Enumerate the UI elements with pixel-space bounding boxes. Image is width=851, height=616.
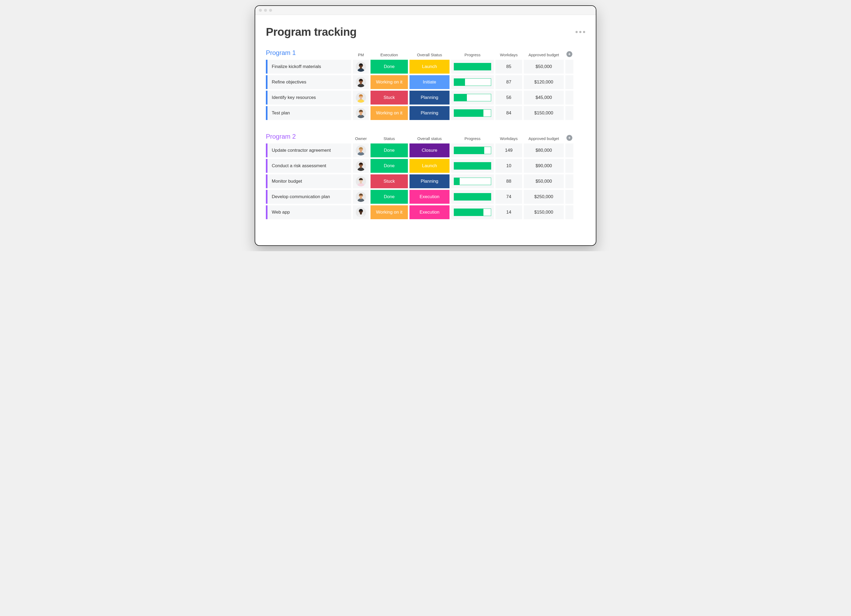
overall-status-cell[interactable]: Planning: [409, 106, 450, 120]
owner-cell[interactable]: [353, 190, 369, 204]
workdays-cell[interactable]: 10: [495, 159, 522, 173]
overall-status-cell[interactable]: Execution: [409, 190, 450, 204]
execution-status-cell[interactable]: Done: [370, 190, 408, 204]
progress-cell[interactable]: [451, 174, 494, 188]
task-name-cell[interactable]: Monitor budget: [266, 174, 351, 188]
workdays-cell[interactable]: 87: [495, 75, 522, 89]
budget-cell[interactable]: $45,000: [524, 91, 564, 105]
overall-status-cell[interactable]: Closure: [409, 144, 450, 157]
column-header[interactable]: Approved budget: [524, 136, 564, 141]
owner-cell[interactable]: [353, 174, 369, 188]
overall-status-cell[interactable]: Execution: [409, 205, 450, 219]
table-row[interactable]: Develop communication plan DoneExecution…: [266, 190, 585, 204]
window-control-minimize[interactable]: [264, 9, 267, 12]
workdays-cell[interactable]: 85: [495, 60, 522, 73]
owner-cell[interactable]: [353, 75, 369, 89]
execution-status-cell[interactable]: Stuck: [370, 174, 408, 188]
owner-cell[interactable]: [353, 159, 369, 173]
progress-bar: [454, 109, 491, 117]
budget-cell[interactable]: $120,000: [524, 75, 564, 89]
owner-cell[interactable]: [353, 106, 369, 120]
column-header[interactable]: Progress: [451, 136, 494, 141]
budget-cell[interactable]: $90,000: [524, 159, 564, 173]
progress-cell[interactable]: [451, 75, 494, 89]
page-title: Program tracking: [266, 25, 356, 38]
content-area: Program tracking Program 1PMExecutionOve…: [255, 15, 596, 245]
overall-status-cell[interactable]: Planning: [409, 174, 450, 188]
add-column-button[interactable]: +: [567, 135, 572, 141]
execution-status-cell[interactable]: Done: [370, 144, 408, 157]
column-header[interactable]: Workdays: [495, 52, 522, 57]
table-row[interactable]: Refine objectives Working on itInitiate8…: [266, 75, 585, 89]
column-header[interactable]: Approved budget: [524, 52, 564, 57]
workdays-cell[interactable]: 84: [495, 106, 522, 120]
progress-fill: [454, 162, 491, 169]
column-header[interactable]: Overall status: [409, 136, 450, 141]
budget-cell[interactable]: $50,000: [524, 60, 564, 73]
column-header[interactable]: Overall Status: [409, 52, 450, 57]
progress-cell[interactable]: [451, 60, 494, 73]
table-row[interactable]: Finalize kickoff materials DoneLaunch85$…: [266, 60, 585, 73]
table-row[interactable]: Test plan Working on itPlanning84$150,00…: [266, 106, 585, 120]
window-control-close[interactable]: [259, 9, 262, 12]
overall-status-cell[interactable]: Launch: [409, 60, 450, 73]
budget-cell[interactable]: $80,000: [524, 144, 564, 157]
budget-cell[interactable]: $150,000: [524, 205, 564, 219]
owner-cell[interactable]: [353, 205, 369, 219]
progress-cell[interactable]: [451, 159, 494, 173]
workdays-cell[interactable]: 149: [495, 144, 522, 157]
progress-cell[interactable]: [451, 106, 494, 120]
progress-cell[interactable]: [451, 205, 494, 219]
workdays-cell[interactable]: 88: [495, 174, 522, 188]
task-name-cell[interactable]: Finalize kickoff materials: [266, 60, 351, 73]
owner-cell[interactable]: [353, 144, 369, 157]
execution-status-cell[interactable]: Done: [370, 159, 408, 173]
owner-cell[interactable]: [353, 91, 369, 105]
overall-status-cell[interactable]: Launch: [409, 159, 450, 173]
task-name-cell[interactable]: Refine objectives: [266, 75, 351, 89]
progress-cell[interactable]: [451, 144, 494, 157]
overall-status-cell[interactable]: Planning: [409, 91, 450, 105]
progress-bar: [454, 63, 491, 70]
table-row[interactable]: Conduct a risk assessment DoneLaunch10$9…: [266, 159, 585, 173]
add-column-button[interactable]: +: [567, 51, 572, 57]
execution-status-cell[interactable]: Working on it: [370, 205, 408, 219]
column-header[interactable]: Execution: [370, 52, 408, 57]
progress-cell[interactable]: [451, 91, 494, 105]
workdays-cell[interactable]: 74: [495, 190, 522, 204]
execution-status-cell[interactable]: Done: [370, 60, 408, 73]
execution-status-cell[interactable]: Stuck: [370, 91, 408, 105]
svg-point-20: [360, 181, 362, 184]
task-name-cell[interactable]: Web app: [266, 205, 351, 219]
table-row[interactable]: Update contractor agreement DoneClosure1…: [266, 144, 585, 157]
column-header[interactable]: Status: [370, 136, 408, 141]
task-name-cell[interactable]: Conduct a risk assessment: [266, 159, 351, 173]
svg-point-26: [360, 213, 362, 215]
task-name-cell[interactable]: Identify key resources: [266, 91, 351, 105]
budget-cell[interactable]: $150,000: [524, 106, 564, 120]
column-header[interactable]: Owner: [353, 136, 369, 141]
more-options-button[interactable]: [576, 31, 585, 33]
group-title[interactable]: Program 2: [266, 133, 351, 141]
window-control-maximize[interactable]: [269, 9, 272, 12]
budget-cell[interactable]: $250,000: [524, 190, 564, 204]
budget-cell[interactable]: $50,000: [524, 174, 564, 188]
table-row[interactable]: Monitor budget StuckPlanning88$50,000: [266, 174, 585, 188]
task-name-cell[interactable]: Develop communication plan: [266, 190, 351, 204]
group-title[interactable]: Program 1: [266, 49, 351, 57]
execution-status-cell[interactable]: Working on it: [370, 106, 408, 120]
execution-status-cell[interactable]: Working on it: [370, 75, 408, 89]
progress-cell[interactable]: [451, 190, 494, 204]
plus-icon: +: [568, 52, 570, 57]
table-row[interactable]: Identify key resources StuckPlanning56$4…: [266, 91, 585, 105]
workdays-cell[interactable]: 14: [495, 205, 522, 219]
column-header[interactable]: Workdays: [495, 136, 522, 141]
column-header[interactable]: Progress: [451, 52, 494, 57]
column-header[interactable]: PM: [353, 52, 369, 57]
overall-status-cell[interactable]: Initiate: [409, 75, 450, 89]
owner-cell[interactable]: [353, 60, 369, 73]
task-name-cell[interactable]: Update contractor agreement: [266, 144, 351, 157]
task-name-cell[interactable]: Test plan: [266, 106, 351, 120]
workdays-cell[interactable]: 56: [495, 91, 522, 105]
table-row[interactable]: Web app Working on itExecution14$150,000: [266, 205, 585, 219]
